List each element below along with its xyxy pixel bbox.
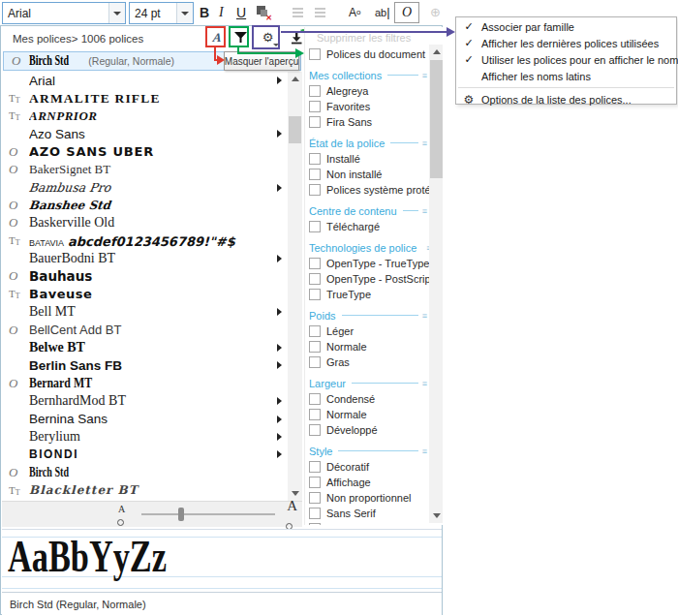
font-row[interactable]: Azo Sans bbox=[2, 125, 288, 142]
collapse-section-icon[interactable]: ≡ bbox=[422, 139, 427, 148]
font-list-scrollbar[interactable] bbox=[288, 72, 302, 501]
submenu-arrow-icon[interactable] bbox=[277, 450, 282, 458]
checkbox[interactable] bbox=[309, 48, 321, 60]
collapse-section-icon[interactable]: ≡ bbox=[422, 311, 427, 321]
checkbox[interactable] bbox=[309, 477, 321, 488]
checkbox[interactable] bbox=[309, 221, 321, 232]
checkbox[interactable] bbox=[309, 461, 321, 473]
font-row[interactable]: Belwe BT bbox=[2, 339, 288, 356]
checkbox[interactable] bbox=[309, 85, 321, 97]
checkbox[interactable] bbox=[309, 153, 321, 165]
submenu-arrow-icon[interactable] bbox=[277, 184, 282, 192]
filter-checkbox-item[interactable]: Installé bbox=[305, 151, 427, 167]
font-row[interactable]: OBellCent Add BT bbox=[2, 321, 288, 338]
filter-checkbox-item[interactable]: Téléchargé bbox=[305, 219, 427, 234]
checkbox[interactable] bbox=[309, 116, 321, 128]
scroll-down-icon[interactable] bbox=[429, 508, 443, 523]
submenu-arrow-icon[interactable] bbox=[277, 397, 282, 405]
zoom-in-icon[interactable]: A bbox=[287, 498, 302, 531]
font-family-dropdown-arrow[interactable] bbox=[108, 3, 125, 23]
filter-checkbox-item[interactable]: Alegreya bbox=[305, 83, 427, 99]
filter-checkbox-item[interactable]: Normale bbox=[305, 407, 427, 422]
filter-checkbox-item[interactable]: Sans Serif bbox=[305, 506, 427, 521]
font-row[interactable]: OBaskerville Old bbox=[2, 214, 288, 231]
checkbox[interactable] bbox=[309, 325, 321, 337]
checkbox[interactable] bbox=[309, 508, 321, 519]
submenu-arrow-icon[interactable] bbox=[277, 433, 282, 441]
filter-checkbox-item[interactable]: Normale bbox=[305, 339, 427, 354]
italic-button[interactable]: I bbox=[217, 3, 226, 21]
filter-section-header[interactable]: État de la police≡ bbox=[305, 135, 427, 151]
checkbox[interactable] bbox=[309, 409, 321, 420]
submenu-arrow-icon[interactable] bbox=[277, 361, 282, 369]
scrollbar-thumb[interactable] bbox=[289, 116, 301, 143]
font-row[interactable]: OBirch Std bbox=[2, 464, 288, 481]
filter-checkbox-item[interactable]: Léger bbox=[305, 323, 427, 339]
filter-checkbox-item[interactable]: Fira Sans bbox=[305, 114, 427, 130]
font-family-combo[interactable]: Arial bbox=[2, 2, 126, 24]
font-row[interactable]: TTARNPRIOR bbox=[2, 108, 288, 125]
filter-section-header[interactable]: Centre de contenu≡ bbox=[305, 202, 427, 219]
filter-checkbox-item[interactable]: Non installé bbox=[305, 167, 427, 182]
menu-item[interactable]: ✓Utiliser les polices pour en afficher l… bbox=[456, 52, 676, 67]
collapse-section-icon[interactable]: ≡ bbox=[422, 206, 427, 216]
filter-checkbox-item[interactable]: Décoratif bbox=[305, 459, 427, 475]
menu-item[interactable]: Afficher les noms latins bbox=[456, 69, 676, 83]
menu-item[interactable]: ✓Afficher les dernières polices utilisée… bbox=[456, 36, 676, 50]
font-row[interactable]: Bambusa Pro bbox=[2, 178, 288, 196]
zoom-out-icon[interactable]: A bbox=[118, 504, 130, 526]
collapse-section-icon[interactable]: ≡ bbox=[422, 447, 427, 456]
font-row[interactable]: TTBATAVIAabcdef0123456789!"#$ bbox=[2, 232, 288, 250]
checkbox[interactable] bbox=[309, 424, 321, 436]
edit-text-icon[interactable]: ab| bbox=[373, 3, 392, 21]
filter-panel-scrollbar[interactable] bbox=[429, 45, 443, 523]
filter-checkbox-item[interactable]: Développé bbox=[305, 422, 427, 438]
font-row[interactable]: Bell MT bbox=[2, 303, 288, 321]
checkbox[interactable] bbox=[309, 184, 321, 196]
font-row[interactable]: BernhardMod BT bbox=[2, 392, 288, 410]
clear-filters-button[interactable]: Supprimer les filtres bbox=[305, 27, 443, 46]
font-row[interactable]: TTARMALITE RIFLE bbox=[2, 89, 288, 107]
checkbox[interactable] bbox=[309, 492, 321, 504]
font-row[interactable]: Berylium bbox=[2, 428, 288, 446]
filter-checkbox-item[interactable]: Gras bbox=[305, 354, 427, 370]
font-size-combo[interactable]: 24 pt bbox=[129, 2, 194, 24]
submenu-arrow-icon[interactable] bbox=[277, 308, 282, 316]
underline-button[interactable]: U bbox=[234, 3, 248, 21]
checkbox[interactable] bbox=[309, 393, 321, 405]
submenu-arrow-icon[interactable] bbox=[277, 344, 282, 352]
filter-checkbox-item[interactable]: TrueType bbox=[305, 287, 427, 302]
filter-checkbox-item[interactable]: Affichage bbox=[305, 475, 427, 490]
filter-checkbox-item[interactable]: OpenType - PostScript bbox=[305, 271, 427, 287]
scroll-up-icon[interactable] bbox=[288, 72, 302, 86]
checkbox[interactable] bbox=[309, 169, 321, 180]
submenu-arrow-icon[interactable] bbox=[277, 255, 282, 262]
font-row[interactable]: TTBaveuse bbox=[2, 286, 288, 303]
checkbox[interactable] bbox=[309, 289, 321, 300]
menu-item[interactable]: ✓Associer par famille bbox=[456, 19, 676, 34]
font-row[interactable]: Berlin Sans FB bbox=[2, 356, 288, 374]
filter-checkbox-item[interactable]: OpenType - TrueType bbox=[305, 256, 427, 271]
filter-checkbox-item[interactable]: Script bbox=[305, 521, 427, 525]
submenu-arrow-icon[interactable] bbox=[277, 77, 282, 84]
filter-section-header[interactable]: Poids≡ bbox=[305, 307, 427, 323]
filter-checkbox-item[interactable]: Condensé bbox=[305, 391, 427, 407]
filter-checkbox-item[interactable]: Non proportionnel bbox=[305, 490, 427, 506]
font-row[interactable]: OBauhaus bbox=[2, 267, 288, 285]
filter-section-header[interactable]: Mes collections≡ bbox=[305, 67, 427, 83]
font-row[interactable]: TTBlackletter BT bbox=[2, 481, 288, 499]
scrollbar-thumb[interactable] bbox=[430, 60, 443, 178]
submenu-arrow-icon[interactable] bbox=[277, 416, 282, 423]
filter-checkbox-item[interactable]: Polices du document bbox=[305, 46, 427, 62]
font-row[interactable]: BIONDI bbox=[2, 446, 288, 463]
filter-section-header[interactable]: Style≡ bbox=[305, 443, 427, 459]
checkbox[interactable] bbox=[309, 523, 321, 525]
collapse-section-icon[interactable]: ≡ bbox=[422, 379, 427, 388]
font-row[interactable]: OAZO SANS UBER bbox=[2, 143, 288, 161]
filter-section-header[interactable]: Technologies de police≡ bbox=[305, 239, 427, 256]
font-row[interactable]: BauerBodni BT bbox=[2, 250, 288, 267]
checkbox[interactable] bbox=[309, 258, 321, 269]
zoom-slider-track[interactable] bbox=[141, 513, 275, 515]
font-row[interactable]: Bernina Sans bbox=[2, 410, 288, 427]
character-formatting-icon[interactable]: ✕ bbox=[255, 3, 271, 21]
